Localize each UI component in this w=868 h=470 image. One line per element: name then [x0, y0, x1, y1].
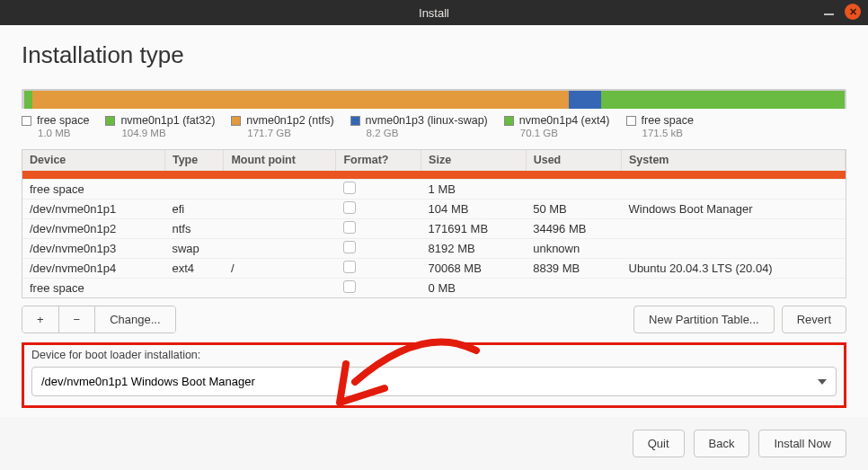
cell-size: 171691 MB [421, 219, 527, 239]
column-header[interactable]: System [622, 150, 846, 171]
revert-button[interactable]: Revert [782, 306, 846, 333]
legend-swatch-icon [231, 116, 241, 126]
legend-size: 70.1 GB [520, 128, 610, 138]
window-title: Install [419, 6, 449, 20]
cell-system [622, 239, 846, 259]
cell-type [164, 279, 224, 298]
cell-used [526, 279, 621, 298]
titlebar: Install ✕ [0, 0, 868, 25]
legend-label: nvme0n1p4 (ext4) [519, 114, 610, 127]
cell-system: Windows Boot Manager [622, 200, 846, 219]
partition-toolbar: + − Change... New Partition Table... Rev… [22, 306, 846, 333]
bootloader-device-select[interactable]: /dev/nvme0n1p1 Windows Boot Manager [31, 367, 837, 396]
cell-type [164, 180, 224, 200]
format-checkbox[interactable] [343, 221, 356, 234]
bootloader-device-value: /dev/nvme0n1p1 Windows Boot Manager [41, 375, 255, 388]
cell-system [622, 180, 846, 200]
cell-type: efi [164, 200, 224, 219]
cell-format[interactable] [336, 239, 421, 259]
legend-label: free space [37, 114, 89, 127]
legend-size: 171.5 kB [642, 128, 694, 138]
remove-partition-button[interactable]: − [59, 306, 96, 333]
cell-used [526, 180, 621, 200]
diskbar-segment-fat32 [24, 91, 32, 109]
diskbar-segment-swap [569, 91, 602, 109]
cell-mount [224, 219, 336, 239]
diskbar-segment-ntfs [32, 91, 569, 109]
wizard-footer: Quit Back Install Now [0, 417, 868, 457]
legend-swatch-icon [105, 116, 115, 126]
close-icon[interactable]: ✕ [845, 4, 861, 20]
legend-size: 104.9 MB [121, 128, 215, 138]
column-header[interactable]: Mount point [224, 150, 336, 171]
cell-format[interactable] [336, 219, 421, 239]
add-partition-button[interactable]: + [22, 306, 59, 333]
table-row-selected[interactable] [22, 171, 846, 180]
table-row[interactable]: /dev/nvme0n1p1 efi 104 MB 50 MB Windows … [22, 200, 846, 219]
cell-used: unknown [526, 239, 621, 259]
cell-mount: / [224, 259, 336, 279]
legend-item: nvme0n1p4 (ext4)70.1 GB [504, 114, 610, 138]
cell-device: free space [22, 180, 164, 200]
table-row[interactable]: /dev/nvme0n1p2 ntfs 171691 MB 34496 MB [22, 219, 846, 239]
table-body: free space 1 MB /dev/nvme0n1p1 efi 104 M… [22, 171, 846, 298]
format-checkbox[interactable] [343, 241, 356, 253]
bootloader-section: Device for boot loader installation: /de… [22, 342, 846, 408]
format-checkbox[interactable] [343, 201, 356, 214]
table-row[interactable]: /dev/nvme0n1p4 ext4 / 70068 MB 8839 MB U… [22, 259, 846, 279]
cell-format[interactable] [336, 279, 421, 298]
cell-format[interactable] [336, 259, 421, 279]
cell-format[interactable] [336, 200, 421, 219]
legend-swatch-icon [22, 116, 31, 126]
legend-swatch-icon [626, 116, 636, 126]
bootloader-label: Device for boot loader installation: [31, 349, 837, 361]
cell-type: ext4 [164, 259, 224, 279]
format-checkbox[interactable] [343, 280, 356, 293]
format-checkbox[interactable] [343, 182, 356, 194]
change-partition-button[interactable]: Change... [95, 306, 174, 333]
table-row[interactable]: free space 0 MB [22, 279, 846, 298]
column-header[interactable]: Format? [336, 150, 421, 171]
legend-swatch-icon [504, 116, 514, 126]
legend-item: nvme0n1p3 (linux-swap)8.2 GB [350, 114, 488, 138]
minimize-icon[interactable] [824, 13, 834, 15]
legend-label: free space [642, 114, 694, 127]
column-header[interactable]: Size [421, 150, 527, 171]
disk-usage-bar [22, 89, 846, 109]
cell-mount [224, 279, 336, 298]
cell-size: 8192 MB [421, 239, 527, 259]
partition-table: DeviceTypeMount pointFormat?SizeUsedSyst… [22, 149, 846, 298]
cell-size: 0 MB [421, 279, 527, 298]
table-header-row: DeviceTypeMount pointFormat?SizeUsedSyst… [22, 150, 846, 171]
column-header[interactable]: Device [22, 150, 164, 171]
format-checkbox[interactable] [343, 261, 356, 273]
table-row[interactable]: /dev/nvme0n1p3 swap 8192 MB unknown [22, 239, 846, 259]
legend-swatch-icon [350, 116, 360, 126]
legend-label: nvme0n1p3 (linux-swap) [366, 114, 488, 127]
cell-size: 104 MB [421, 200, 527, 219]
cell-type: swap [164, 239, 224, 259]
cell-used: 8839 MB [526, 259, 621, 279]
cell-size: 1 MB [421, 180, 527, 200]
quit-button[interactable]: Quit [633, 430, 685, 457]
install-now-button[interactable]: Install Now [758, 430, 846, 457]
column-header[interactable]: Used [526, 150, 621, 171]
cell-device: /dev/nvme0n1p2 [22, 219, 164, 239]
chevron-down-icon [818, 379, 827, 385]
legend-item: free space171.5 kB [626, 114, 694, 138]
back-button[interactable]: Back [694, 430, 750, 457]
cell-mount [224, 239, 336, 259]
page-title: Installation type [22, 41, 846, 69]
column-header[interactable]: Type [164, 150, 224, 171]
diskbar-segment-free2 [845, 91, 846, 109]
new-partition-table-button[interactable]: New Partition Table... [633, 306, 775, 333]
cell-device: /dev/nvme0n1p4 [22, 259, 164, 279]
cell-size: 70068 MB [421, 259, 527, 279]
legend-item: nvme0n1p1 (fat32)104.9 MB [105, 114, 215, 138]
cell-system: Ubuntu 20.04.3 LTS (20.04) [622, 259, 846, 279]
legend-item: nvme0n1p2 (ntfs)171.7 GB [231, 114, 333, 138]
cell-format[interactable] [336, 180, 421, 200]
table-row[interactable]: free space 1 MB [22, 180, 846, 200]
legend-size: 8.2 GB [367, 128, 488, 138]
diskbar-segment-ext4 [601, 91, 845, 109]
